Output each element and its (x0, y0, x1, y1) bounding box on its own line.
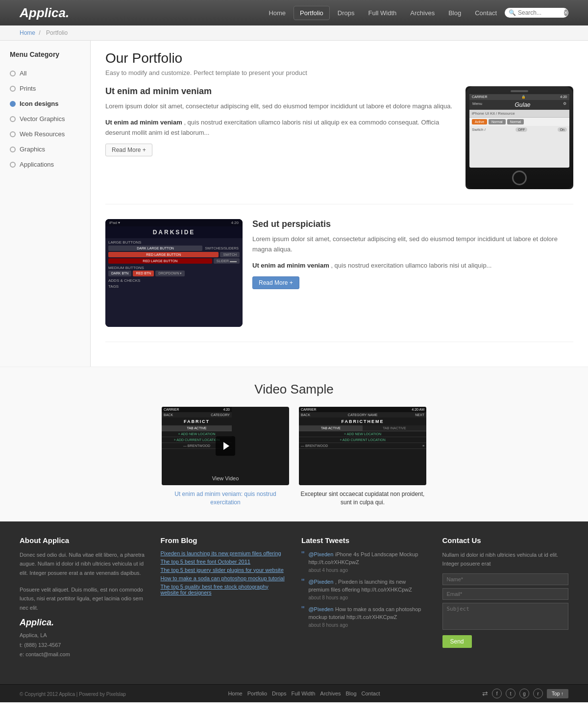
rss-icon[interactable]: r (533, 689, 543, 698)
footer-blog: From Blog Pixeden is launching its new p… (161, 536, 287, 660)
portfolio-item-1-desc1: Lorem ipsum dolor sit amet, consectetur … (105, 101, 456, 112)
footer-about-text2: Posuere velit aliquet. Duis mollis, est … (20, 585, 146, 613)
portfolio-item-1: Ut enim ad minim veniam Lorem ipsum dolo… (105, 86, 573, 204)
sidebar-item-label-prints: Prints (20, 85, 36, 92)
tweet-quote-icon-3: " (301, 605, 304, 628)
sidebar-title: Menu Category (0, 50, 90, 66)
video-section: Video Sample CARRIER4:20 BACKCATEGORY FA… (0, 367, 588, 521)
breadcrumb-home[interactable]: Home (20, 29, 35, 36)
top-button[interactable]: Top ↑ (547, 689, 568, 698)
portfolio-item-2-readmore[interactable]: Read More + (252, 276, 299, 289)
breadcrumb: Home / Portfolio (0, 25, 588, 41)
portfolio-item-1-image: CARRIER🔒4:20 MenuGulae⚙ iPhone UI Kit / … (466, 86, 573, 189)
tweet-1-handle: @Pixeden (308, 551, 333, 557)
facebook-icon[interactable]: f (492, 689, 502, 698)
sidebar-item-graphics[interactable]: Graphics (0, 142, 90, 157)
main-nav: Home Portfolio Drops Full Width Archives… (263, 6, 568, 20)
breadcrumb-separator: / (39, 29, 40, 36)
sidebar-item-prints[interactable]: Prints (0, 81, 90, 96)
sidebar-item-label-vectorgraphics: Vector Graphics (20, 115, 65, 123)
main-container: Menu Category All Prints Icon designs Ve… (0, 41, 588, 367)
bottom-left: © Copyright 2012 Applica | Powered by Pi… (20, 690, 126, 697)
nav-contact[interactable]: Contact (469, 6, 503, 20)
bottom-bar: © Copyright 2012 Applica | Powered by Pi… (0, 684, 588, 702)
tweet-2-time: about 8 hours ago (308, 595, 427, 600)
sidebar-item-icondesigns[interactable]: Icon designs (0, 96, 90, 111)
footer-blog-link-4[interactable]: How to make a soda can photoshop mockup … (161, 575, 287, 581)
nav-archives[interactable]: Archives (404, 6, 441, 20)
sidebar-item-all[interactable]: All (0, 66, 90, 81)
footer-tweets-title: Latest Tweets (301, 536, 428, 544)
portfolio-item-2-image: iPad ▾4:20 DARKSIDE LARGE BUTTONS DARK L… (105, 219, 243, 327)
footer-logo: Applica. (20, 618, 146, 628)
page-title: Our Portfolio (105, 50, 573, 66)
video-section-title: Video Sample (15, 382, 573, 397)
copyright-text: © Copyright 2012 Applica | Powered by Pi… (20, 692, 126, 697)
search-clear-button[interactable]: ✕ (564, 9, 568, 16)
tweet-quote-icon: " (301, 550, 304, 573)
sidebar-item-label-all: All (20, 70, 26, 77)
bottom-nav-portfolio[interactable]: Portfolio (247, 691, 267, 696)
share-icon[interactable]: ⇄ (482, 690, 488, 697)
radio-prints (10, 86, 16, 92)
bottom-nav-drops[interactable]: Drops (272, 691, 286, 696)
contact-email-field[interactable] (442, 588, 569, 600)
sidebar-item-applications[interactable]: Applications (0, 157, 90, 172)
bottom-nav-home[interactable]: Home (228, 691, 242, 696)
portfolio-item-2-desc2-bold: Ut enim ad minim veniam (252, 262, 329, 269)
contact-send-button[interactable]: Send (442, 635, 472, 648)
tweet-1: " @Pixeden iPhone 4s Psd Landscape Mocku… (301, 550, 428, 573)
video-thumbnail-2: CARRIER4:20 AM BACKCATEGORY NAMENEXT FAB… (299, 407, 426, 485)
sidebar: Menu Category All Prints Icon designs Ve… (0, 41, 91, 367)
footer-blog-link-5[interactable]: The top 5 quality best free stock photog… (161, 584, 287, 595)
footer-blog-link-1[interactable]: Pixeden is launching its new premium fil… (161, 550, 287, 556)
video-card-2: CARRIER4:20 AM BACKCATEGORY NAMENEXT FAB… (299, 407, 426, 507)
video-grid: CARRIER4:20 BACKCATEGORY FABRICT TAB ACT… (15, 407, 573, 507)
video-play-button[interactable] (216, 436, 235, 456)
footer-blog-link-3[interactable]: The top 5 best jquery slider plugins for… (161, 567, 287, 573)
googleplus-icon[interactable]: g (519, 689, 529, 698)
portfolio-item-1-readmore[interactable]: Read More + (105, 144, 152, 156)
bottom-social: ⇄ f t g r Top ↑ (482, 689, 568, 698)
radio-webresources (10, 131, 16, 137)
sidebar-item-label-icondesigns: Icon designs (20, 100, 58, 107)
page-subtitle: Easy to modify and customize. Perfect te… (105, 69, 573, 76)
portfolio-item-2-title: Sed ut perspiciatis (252, 219, 573, 229)
portfolio-content: Our Portfolio Easy to modify and customi… (91, 41, 588, 367)
footer-blog-link-2[interactable]: The top 5 best free font October 2011 (161, 559, 287, 565)
video-thumbnail-1: CARRIER4:20 BACKCATEGORY FABRICT TAB ACT… (162, 407, 289, 485)
search-icon: 🔍 (509, 9, 516, 16)
contact-subject-field[interactable] (442, 603, 569, 630)
breadcrumb-current: Portfolio (46, 29, 68, 36)
sidebar-item-vectorgraphics[interactable]: Vector Graphics (0, 111, 90, 126)
search-input[interactable] (518, 9, 562, 16)
nav-blog[interactable]: Blog (442, 6, 467, 20)
footer-about-text1: Donec sed odio dui. Nulla vitae elit lib… (20, 550, 146, 578)
nav-drops[interactable]: Drops (332, 6, 361, 20)
nav-home[interactable]: Home (263, 6, 292, 20)
sidebar-item-webresources[interactable]: Web Resources (0, 126, 90, 142)
tweet-3: " @Pixeden How to make a soda can photos… (301, 605, 428, 628)
portfolio-item-1-text: Ut enim ad minim veniam Lorem ipsum dolo… (105, 86, 456, 189)
portfolio-item-1-title: Ut enim ad minim veniam (105, 86, 456, 97)
tweet-2: " @Pixeden , Pixeden is launching its ne… (301, 578, 428, 600)
radio-all (10, 71, 16, 76)
search-bar: 🔍 ✕ (505, 8, 568, 18)
twitter-icon[interactable]: t (506, 689, 515, 698)
nav-fullwidth[interactable]: Full Width (363, 6, 403, 20)
play-triangle-icon (223, 442, 229, 450)
tweet-quote-icon-2: " (301, 578, 304, 600)
sidebar-item-label-graphics: Graphics (20, 146, 45, 153)
tweet-3-time: about 8 hours ago (308, 622, 427, 628)
footer-tweets: Latest Tweets " @Pixeden iPhone 4s Psd L… (301, 536, 428, 660)
contact-name-field[interactable] (442, 573, 569, 585)
bottom-nav-archives[interactable]: Archives (320, 691, 341, 696)
tweet-1-time: about 4 hours ago (308, 568, 427, 573)
bottom-nav-blog[interactable]: Blog (346, 691, 357, 696)
bottom-nav: Home Portfolio Drops Full Width Archives… (228, 691, 380, 696)
bottom-nav-contact[interactable]: Contact (362, 691, 380, 696)
view-video-label: View Video (212, 475, 239, 481)
bottom-nav-fullwidth[interactable]: Full Width (291, 691, 315, 696)
portfolio-item-1-desc2: Ut enim ad minim veniam , quis nostrud e… (105, 118, 456, 138)
nav-portfolio[interactable]: Portfolio (294, 6, 330, 20)
